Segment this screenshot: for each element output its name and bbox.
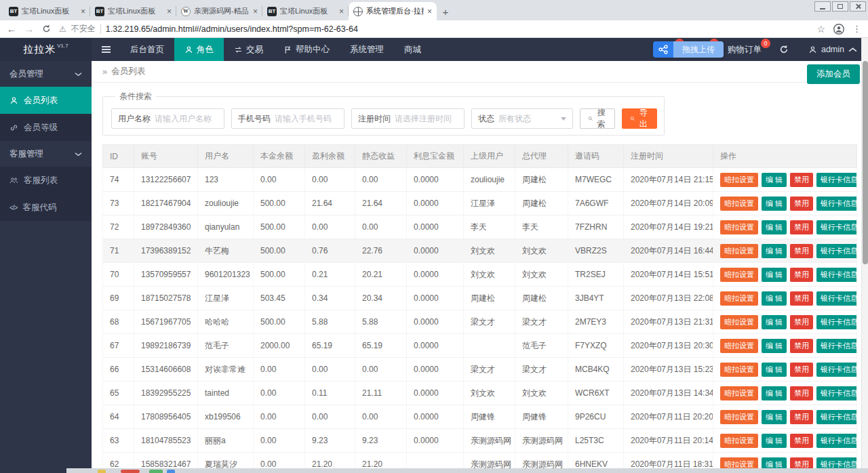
nav-item-system[interactable]: 系统管理 — [340, 38, 394, 61]
tab-bt-panel-3[interactable]: BT 宝塔Linux面板 × — [262, 2, 349, 20]
darkfee-settings-button[interactable]: 暗扣设置 — [720, 315, 758, 329]
bankcard-info-button[interactable]: 银行卡信息 — [816, 315, 856, 329]
collapse-menu-icon[interactable] — [92, 38, 120, 61]
browser-menu-icon[interactable]: ⋮ — [852, 24, 861, 34]
nav-item-shop-orders[interactable]: 购物订单 0 — [719, 38, 770, 61]
table-cell: 500.00 — [254, 192, 305, 215]
edit-button[interactable]: 编 辑 — [762, 315, 787, 329]
edit-button[interactable]: 编 辑 — [762, 410, 787, 424]
disable-button[interactable]: 禁用 — [790, 386, 813, 400]
edit-button[interactable]: 编 辑 — [762, 268, 787, 282]
tab-bt-panel-1[interactable]: BT 宝塔Linux面板 × — [4, 2, 90, 20]
sidebar-group-support[interactable]: 客服管理 — [0, 141, 92, 167]
darkfee-settings-button[interactable]: 暗扣设置 — [720, 410, 758, 424]
table-row: 7218972849360qianyulan500.000.000.000.00… — [103, 215, 857, 239]
disable-button[interactable]: 禁用 — [790, 244, 813, 258]
disable-button[interactable]: 禁用 — [790, 220, 813, 234]
address-field[interactable]: ⚠ 不安全 1.32.219.65/admin.html#/admin/user… — [59, 23, 808, 35]
app-logo[interactable]: 拉拉米 V1.7 — [0, 38, 92, 61]
phone-input[interactable] — [275, 109, 344, 128]
bankcard-info-button[interactable]: 银行卡信息 — [816, 244, 856, 258]
regtime-input[interactable] — [395, 109, 464, 128]
nav-item-help-center[interactable]: 帮助中心 — [273, 38, 340, 61]
darkfee-settings-button[interactable]: 暗扣设置 — [720, 363, 758, 377]
nav-item-trade[interactable]: 交易 — [224, 38, 273, 61]
sidebar-item-member-list[interactable]: 会员列表 — [0, 87, 92, 114]
darkfee-settings-button[interactable]: 暗扣设置 — [720, 220, 758, 234]
sidebar-item-support-code[interactable]: </> 客服代码 — [0, 194, 92, 221]
bankcard-info-button[interactable]: 银行卡信息 — [816, 197, 856, 211]
disable-button[interactable]: 禁用 — [790, 410, 813, 424]
darkfee-settings-button[interactable]: 暗扣设置 — [720, 291, 758, 306]
tab-close-icon[interactable]: × — [253, 7, 258, 16]
tab-qince-site[interactable]: W 亲测源码网-精品资源站长亲测 × — [176, 2, 262, 20]
disable-button[interactable]: 禁用 — [790, 339, 813, 353]
disable-button[interactable]: 禁用 — [790, 173, 813, 187]
sidebar-item-member-level[interactable]: 会员等级 — [0, 114, 92, 141]
forward-icon[interactable]: → — [24, 24, 34, 34]
drag-upload-widget[interactable]: 拖拽上传 — [653, 41, 724, 58]
bankcard-info-button[interactable]: 银行卡信息 — [816, 173, 856, 187]
tab-admin-lalami[interactable]: 系统管理后台·拉拉米 × — [349, 2, 437, 20]
disable-button[interactable]: 禁用 — [790, 268, 813, 282]
edit-button[interactable]: 编 辑 — [762, 244, 787, 258]
bankcard-info-button[interactable]: 银行卡信息 — [816, 363, 856, 377]
minimize-button[interactable] — [814, 1, 831, 12]
bankcard-info-button[interactable]: 银行卡信息 — [816, 339, 856, 353]
export-button[interactable]: 导 出 — [622, 108, 657, 129]
tab-close-icon[interactable]: × — [167, 7, 172, 16]
new-tab-button[interactable]: + — [437, 3, 454, 20]
darkfee-settings-button[interactable]: 暗扣设置 — [720, 244, 758, 258]
edit-button[interactable]: 编 辑 — [762, 386, 787, 400]
tab-close-icon[interactable]: × — [81, 7, 85, 16]
darkfee-settings-button[interactable]: 暗扣设置 — [720, 386, 758, 400]
tab-bt-panel-2[interactable]: BT 宝塔Linux面板 × — [90, 2, 176, 20]
edit-button[interactable]: 编 辑 — [762, 197, 787, 211]
user-menu[interactable]: admin — [797, 38, 868, 61]
sidebar-item-support-list[interactable]: 客服列表 — [0, 167, 92, 194]
edit-button[interactable]: 编 辑 — [762, 173, 787, 187]
edit-button[interactable]: 编 辑 — [762, 434, 787, 448]
search-button[interactable]: 搜 索 — [580, 108, 615, 129]
nav-item-home[interactable]: 后台首页 — [120, 38, 174, 61]
sidebar-group-members[interactable]: 会员管理 — [0, 61, 92, 87]
table-cell: tainted — [198, 382, 254, 405]
page-scrollbar[interactable] — [861, 38, 868, 473]
share-icon — [653, 41, 673, 58]
profile-avatar-icon[interactable] — [833, 24, 844, 35]
edit-button[interactable]: 编 辑 — [762, 291, 787, 306]
close-window-button[interactable] — [850, 1, 866, 12]
disable-button[interactable]: 禁用 — [790, 197, 813, 211]
add-member-button[interactable]: 添加会员 — [807, 64, 860, 84]
darkfee-settings-button[interactable]: 暗扣设置 — [720, 434, 758, 448]
darkfee-settings-button[interactable]: 暗扣设置 — [720, 197, 758, 211]
disable-button[interactable]: 禁用 — [790, 434, 813, 448]
tab-close-icon[interactable]: × — [339, 7, 344, 16]
darkfee-settings-button[interactable]: 暗扣设置 — [720, 268, 758, 282]
nav-item-roles[interactable]: 角色 — [174, 38, 224, 61]
maximize-button[interactable] — [832, 1, 848, 12]
back-icon[interactable]: ← — [7, 24, 16, 34]
scrollbar-thumb[interactable] — [863, 61, 868, 264]
bankcard-info-button[interactable]: 银行卡信息 — [816, 434, 856, 448]
darkfee-settings-button[interactable]: 暗扣设置 — [720, 173, 758, 187]
bankcard-info-button[interactable]: 银行卡信息 — [816, 291, 856, 306]
bankcard-info-button[interactable]: 银行卡信息 — [816, 410, 856, 424]
tab-close-icon[interactable]: × — [427, 7, 432, 16]
nav-item-mall[interactable]: 商城 — [394, 38, 431, 61]
status-select[interactable]: 所有状态 — [498, 113, 561, 125]
edit-button[interactable]: 编 辑 — [762, 339, 787, 353]
bankcard-info-button[interactable]: 银行卡信息 — [816, 220, 856, 234]
disable-button[interactable]: 禁用 — [790, 315, 813, 329]
disable-button[interactable]: 禁用 — [790, 291, 813, 306]
bankcard-info-button[interactable]: 银行卡信息 — [816, 268, 856, 282]
edit-button[interactable]: 编 辑 — [762, 220, 787, 234]
bookmark-star-icon[interactable]: ☆ — [816, 24, 825, 35]
username-input[interactable] — [155, 109, 224, 128]
reload-icon[interactable] — [42, 24, 51, 33]
darkfee-settings-button[interactable]: 暗扣设置 — [720, 339, 758, 353]
disable-button[interactable]: 禁用 — [790, 363, 813, 377]
refresh-icon[interactable] — [770, 38, 797, 61]
bankcard-info-button[interactable]: 银行卡信息 — [816, 386, 856, 400]
edit-button[interactable]: 编 辑 — [762, 363, 787, 377]
